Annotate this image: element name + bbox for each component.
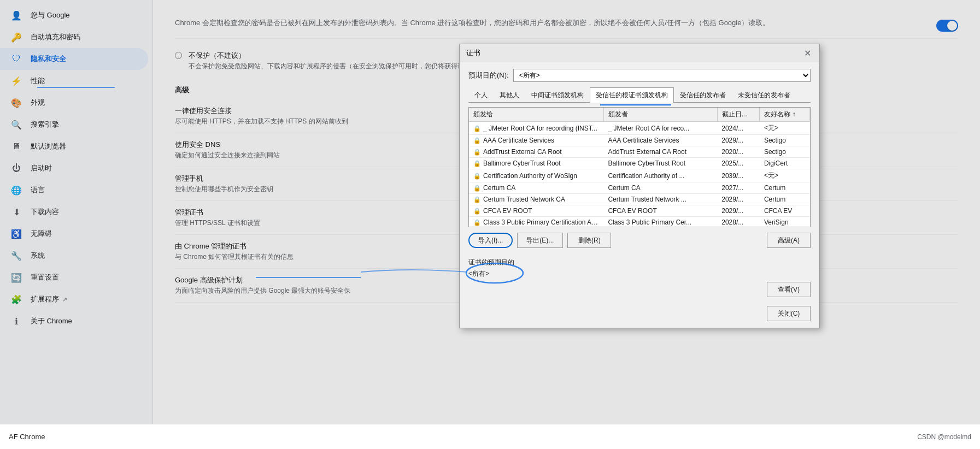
cell-friendly: Certum bbox=[760, 182, 810, 194]
tab-trusted-root[interactable]: 受信任的根证书颁发机构 bbox=[590, 87, 674, 103]
cell-issued-to: 🔒_ JMeter Root CA for recording (INST... bbox=[469, 122, 603, 135]
cell-issued-by: AAA Certificate Services bbox=[603, 135, 717, 146]
cell-issued-to: 🔒Certum CA bbox=[469, 182, 603, 194]
cell-issued-to: 🔒AddTrust External CA Root bbox=[469, 146, 603, 158]
cell-expiry: 2024/... bbox=[717, 122, 760, 135]
col-friendly[interactable]: 友好名称 ↑ bbox=[760, 108, 810, 122]
cell-issued-to: 🔒AAA Certificate Services bbox=[469, 135, 603, 146]
table-row[interactable]: 🔒Baltimore CyberTrust Root Baltimore Cyb… bbox=[469, 158, 810, 169]
af-chrome-label: AF Chrome bbox=[9, 433, 45, 441]
cert-table: 颁发给 颁发者 截止日... 友好名称 ↑ 🔒_ JMeter Root CA … bbox=[469, 108, 810, 227]
cell-friendly: <无> bbox=[760, 169, 810, 182]
cert-purpose-section: 证书的预期目的 <所有> bbox=[468, 253, 811, 279]
cell-friendly: Sectigo bbox=[760, 146, 810, 158]
cell-expiry: 2029/... bbox=[717, 205, 760, 217]
status-bar: AF Chrome CSDN @modelmd bbox=[0, 424, 980, 449]
cell-expiry: 2028/... bbox=[717, 217, 760, 228]
view-btn-row: 查看(V) bbox=[468, 282, 811, 297]
import-button[interactable]: 导入(I)... bbox=[468, 233, 513, 248]
cell-friendly: CFCA EV bbox=[760, 205, 810, 217]
cell-expiry: 2025/... bbox=[717, 158, 760, 169]
col-issued-by[interactable]: 颁发者 bbox=[603, 108, 717, 122]
table-row[interactable]: 🔒AddTrust External CA Root AddTrust Exte… bbox=[469, 146, 810, 158]
dialog-tabs: 个人 其他人 中间证书颁发机构 受信任的根证书颁发机构 受信任的发布者 未受信任… bbox=[468, 87, 811, 103]
purpose-select[interactable]: <所有> bbox=[513, 69, 811, 82]
cell-issued-by: _ JMeter Root CA for reco... bbox=[603, 122, 717, 135]
csdn-label: CSDN @modelmd bbox=[917, 433, 971, 441]
dialog-close-button[interactable]: ✕ bbox=[802, 48, 813, 58]
cert-purpose-value: <所有> bbox=[468, 269, 811, 279]
cell-expiry: 2029/... bbox=[717, 194, 760, 205]
cell-expiry: 2039/... bbox=[717, 169, 760, 182]
dialog-action-buttons: 导入(I)... 导出(E)... 删除(R) 高级(A) bbox=[468, 233, 811, 248]
cell-issued-to: 🔒Certification Authority of WoSign bbox=[469, 169, 603, 182]
table-row[interactable]: 🔒CFCA EV ROOT CFCA EV ROOT 2029/... CFCA… bbox=[469, 205, 810, 217]
table-row[interactable]: 🔒Certification Authority of WoSign Certi… bbox=[469, 169, 810, 182]
tab-untrusted-publisher[interactable]: 未受信任的发布者 bbox=[732, 87, 796, 103]
dialog-overlay: 证书 ✕ 预期目的(N): <所有> 个人 其他人 中间证书颁发机构 受信任的根… bbox=[0, 0, 980, 449]
dialog-titlebar: 证书 ✕ bbox=[460, 44, 819, 62]
tab-intermediate[interactable]: 中间证书颁发机构 bbox=[525, 87, 590, 103]
dialog-title: 证书 bbox=[466, 48, 480, 58]
cell-issued-to: 🔒Class 3 Public Primary Certification Au… bbox=[469, 217, 603, 228]
table-row[interactable]: 🔒_ JMeter Root CA for recording (INST...… bbox=[469, 122, 810, 135]
table-row[interactable]: 🔒Certum Trusted Network CA Certum Truste… bbox=[469, 194, 810, 205]
cell-issued-by: Certum Trusted Network ... bbox=[603, 194, 717, 205]
cell-friendly: Sectigo bbox=[760, 135, 810, 146]
delete-button[interactable]: 删除(R) bbox=[567, 233, 611, 248]
table-row[interactable]: 🔒Certum CA Certum CA 2027/... Certum bbox=[469, 182, 810, 194]
cell-issued-to: 🔒Certum Trusted Network CA bbox=[469, 194, 603, 205]
purpose-label: 预期目的(N): bbox=[468, 70, 509, 80]
cell-issued-by: Class 3 Public Primary Cer... bbox=[603, 217, 717, 228]
cert-table-wrapper[interactable]: 颁发给 颁发者 截止日... 友好名称 ↑ 🔒_ JMeter Root CA … bbox=[468, 107, 811, 227]
cell-issued-by: Baltimore CyberTrust Root bbox=[603, 158, 717, 169]
purpose-row: 预期目的(N): <所有> bbox=[468, 69, 811, 82]
cell-friendly: <无> bbox=[760, 122, 810, 135]
tab-others[interactable]: 其他人 bbox=[494, 87, 525, 103]
advanced-button[interactable]: 高级(A) bbox=[767, 233, 811, 248]
cell-friendly: DigiCert bbox=[760, 158, 810, 169]
cell-expiry: 2027/... bbox=[717, 182, 760, 194]
table-row[interactable]: 🔒AAA Certificate Services AAA Certificat… bbox=[469, 135, 810, 146]
cell-friendly: Certum bbox=[760, 194, 810, 205]
cell-friendly: VeriSign bbox=[760, 217, 810, 228]
close-bottom-row: 关闭(C) bbox=[468, 302, 811, 321]
cell-issued-by: Certum CA bbox=[603, 182, 717, 194]
cell-issued-to: 🔒CFCA EV ROOT bbox=[469, 205, 603, 217]
cell-issued-by: Certification Authority of ... bbox=[603, 169, 717, 182]
tab-personal[interactable]: 个人 bbox=[468, 87, 494, 103]
tab-trusted-publisher[interactable]: 受信任的发布者 bbox=[674, 87, 732, 103]
col-issued-to[interactable]: 颁发给 bbox=[469, 108, 603, 122]
cert-purpose-label: 证书的预期目的 bbox=[468, 258, 811, 267]
view-button[interactable]: 查看(V) bbox=[767, 282, 811, 297]
table-row[interactable]: 🔒Class 3 Public Primary Certification Au… bbox=[469, 217, 810, 228]
cell-expiry: 2029/... bbox=[717, 135, 760, 146]
cell-issued-by: AddTrust External CA Root bbox=[603, 146, 717, 158]
cell-issued-to: 🔒Baltimore CyberTrust Root bbox=[469, 158, 603, 169]
cell-issued-by: CFCA EV ROOT bbox=[603, 205, 717, 217]
dialog-body: 预期目的(N): <所有> 个人 其他人 中间证书颁发机构 受信任的根证书颁发机… bbox=[460, 62, 819, 328]
cell-expiry: 2020/... bbox=[717, 146, 760, 158]
close-bottom-button[interactable]: 关闭(C) bbox=[767, 306, 811, 321]
export-button[interactable]: 导出(E)... bbox=[517, 233, 563, 248]
col-expiry[interactable]: 截止日... bbox=[717, 108, 760, 122]
certificate-dialog: 证书 ✕ 预期目的(N): <所有> 个人 其他人 中间证书颁发机构 受信任的根… bbox=[459, 44, 820, 328]
